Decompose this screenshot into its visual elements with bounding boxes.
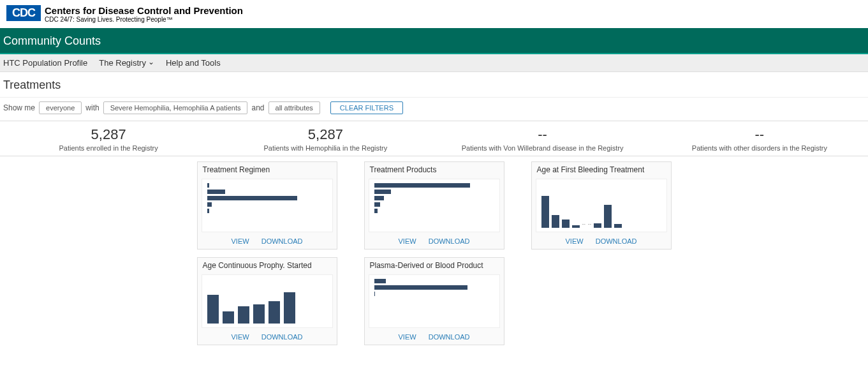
- filter-label-showme: Show me: [3, 103, 35, 112]
- filter-bar: Show me everyone with Severe Hemophilia,…: [0, 98, 868, 121]
- stat-label: Patients with other disorders in the Reg…: [651, 144, 868, 152]
- card-treatment-regimen: Treatment Regimen VIEW DOWNLOAD: [197, 161, 337, 250]
- stat-value: --: [434, 126, 651, 143]
- view-link[interactable]: VIEW: [399, 333, 416, 341]
- filter-label-with: with: [85, 103, 99, 112]
- filter-pill-attributes[interactable]: all attributes: [268, 101, 320, 114]
- card-actions: VIEW DOWNLOAD: [532, 235, 671, 249]
- card-actions: VIEW DOWNLOAD: [365, 331, 504, 345]
- site-subtitle: CDC 24/7: Saving Lives. Protecting Peopl…: [45, 16, 243, 23]
- chart-treatment-regimen: [202, 179, 333, 232]
- stat-value: 5,287: [217, 126, 434, 143]
- stat-value: --: [651, 126, 868, 143]
- chart-treatment-products: [369, 179, 500, 232]
- card-title: Age at First Bleeding Treatment: [532, 162, 671, 177]
- page-title: Treatments: [0, 72, 868, 98]
- card-age-prophy-started: Age Continuous Prophy. Started VIEW DOWN…: [197, 257, 337, 345]
- card-title: Age Continuous Prophy. Started: [198, 258, 337, 273]
- card-age-first-bleeding: Age at First Bleeding Treatment -- -- VI…: [531, 161, 672, 250]
- download-link[interactable]: DOWNLOAD: [429, 333, 470, 341]
- clear-filters-button[interactable]: CLEAR FILTERS: [330, 101, 403, 114]
- cards-grid: Treatment Regimen VIEW DOWNLOAD Treatmen…: [197, 161, 672, 345]
- cards-container: Treatment Regimen VIEW DOWNLOAD Treatmen…: [0, 156, 868, 345]
- card-actions: VIEW DOWNLOAD: [198, 331, 337, 345]
- section-title: Community Counts: [3, 34, 101, 47]
- nav-help-and-tools[interactable]: Help and Tools: [166, 58, 221, 68]
- stat-value: 5,287: [0, 126, 217, 143]
- card-plasma-blood-product: Plasma-Derived or Blood Product VIEW DOW…: [364, 257, 504, 345]
- filter-pill-condition[interactable]: Severe Hemophilia, Hemophilia A patients: [103, 101, 248, 114]
- view-link[interactable]: VIEW: [399, 237, 416, 245]
- card-treatment-products: Treatment Products VIEW DOWNLOAD: [364, 161, 504, 250]
- card-actions: VIEW DOWNLOAD: [365, 235, 504, 249]
- stat-label: Patients with Hemophilia in the Registry: [217, 144, 434, 152]
- site-header: CDC Centers for Disease Control and Prev…: [0, 0, 868, 28]
- download-link[interactable]: DOWNLOAD: [429, 237, 470, 245]
- stats-row: 5,287 Patients enrolled in the Registry …: [0, 121, 868, 156]
- stat-vonwillebrand: -- Patients with Von Willebrand disease …: [434, 126, 651, 152]
- download-link[interactable]: DOWNLOAD: [596, 237, 637, 245]
- site-title: Centers for Disease Control and Preventi…: [45, 5, 243, 16]
- chart-age-prophy-started: [202, 274, 333, 328]
- nav-htc-population-profile[interactable]: HTC Population Profile: [3, 58, 87, 68]
- cdc-logo-text: CDC: [12, 6, 35, 19]
- filter-label-and: and: [251, 103, 264, 112]
- card-actions: VIEW DOWNLOAD: [198, 235, 337, 249]
- section-banner: Community Counts: [0, 28, 868, 54]
- card-title: Treatment Products: [365, 162, 504, 177]
- card-title: Plasma-Derived or Blood Product: [365, 258, 504, 273]
- stat-hemophilia: 5,287 Patients with Hemophilia in the Re…: [217, 126, 434, 152]
- nav-bar: HTC Population Profile The Registry Help…: [0, 54, 868, 72]
- logo-text-block: Centers for Disease Control and Preventi…: [45, 5, 243, 23]
- filter-pill-everyone[interactable]: everyone: [39, 101, 82, 114]
- nav-the-registry[interactable]: The Registry: [99, 58, 154, 68]
- stat-label: Patients enrolled in the Registry: [0, 144, 217, 152]
- download-link[interactable]: DOWNLOAD: [261, 237, 303, 245]
- cdc-logo[interactable]: CDC: [6, 5, 41, 21]
- view-link[interactable]: VIEW: [566, 237, 584, 245]
- chart-plasma-blood-product: [369, 274, 500, 328]
- card-title: Treatment Regimen: [198, 162, 337, 177]
- stat-other: -- Patients with other disorders in the …: [651, 126, 868, 152]
- view-link[interactable]: VIEW: [232, 237, 249, 245]
- stat-label: Patients with Von Willebrand disease in …: [434, 144, 651, 152]
- stat-enrolled: 5,287 Patients enrolled in the Registry: [0, 126, 217, 152]
- view-link[interactable]: VIEW: [232, 333, 249, 341]
- download-link[interactable]: DOWNLOAD: [261, 333, 303, 341]
- chart-age-first-bleeding: -- --: [536, 179, 667, 232]
